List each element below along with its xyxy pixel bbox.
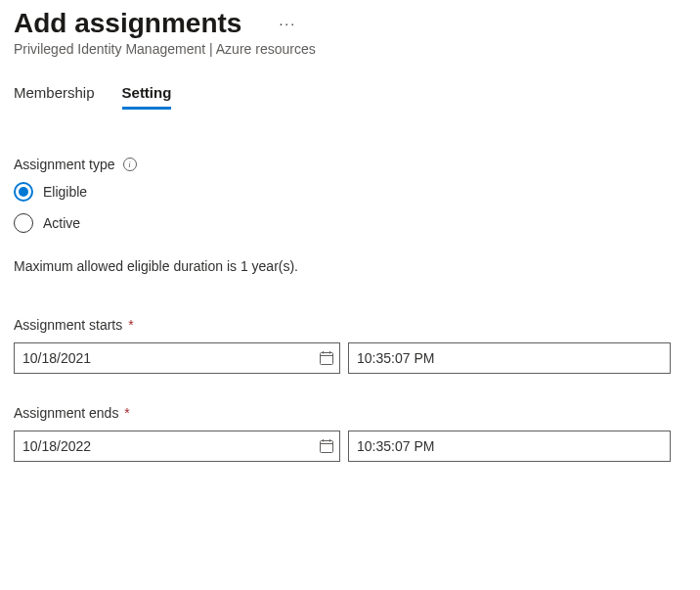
- assignment-starts-label: Assignment starts *: [14, 317, 134, 333]
- end-time-input[interactable]: [348, 431, 671, 462]
- breadcrumb: Privileged Identity Management | Azure r…: [14, 41, 686, 57]
- tabs: Membership Setting: [14, 84, 686, 110]
- duration-note: Maximum allowed eligible duration is 1 y…: [14, 258, 686, 274]
- more-actions-button[interactable]: ···: [279, 16, 296, 31]
- assignment-ends-label: Assignment ends *: [14, 405, 130, 421]
- page-title: Add assignments: [14, 8, 241, 39]
- calendar-icon[interactable]: [319, 350, 334, 366]
- end-date-input[interactable]: [14, 431, 340, 462]
- radio-active[interactable]: Active: [14, 213, 686, 233]
- radio-active-label: Active: [43, 215, 80, 231]
- radio-circle-icon: [14, 213, 33, 233]
- info-icon[interactable]: i: [123, 158, 137, 171]
- radio-circle-icon: [14, 182, 33, 202]
- start-time-input[interactable]: [348, 342, 671, 374]
- assignment-type-label: Assignment type: [14, 157, 115, 172]
- tab-membership[interactable]: Membership: [14, 84, 95, 110]
- radio-eligible-label: Eligible: [43, 184, 87, 200]
- radio-eligible[interactable]: Eligible: [14, 182, 686, 202]
- tab-setting[interactable]: Setting: [122, 84, 172, 110]
- svg-rect-0: [321, 353, 333, 365]
- calendar-icon[interactable]: [319, 438, 334, 454]
- svg-rect-4: [321, 441, 333, 453]
- start-date-input[interactable]: [14, 342, 340, 374]
